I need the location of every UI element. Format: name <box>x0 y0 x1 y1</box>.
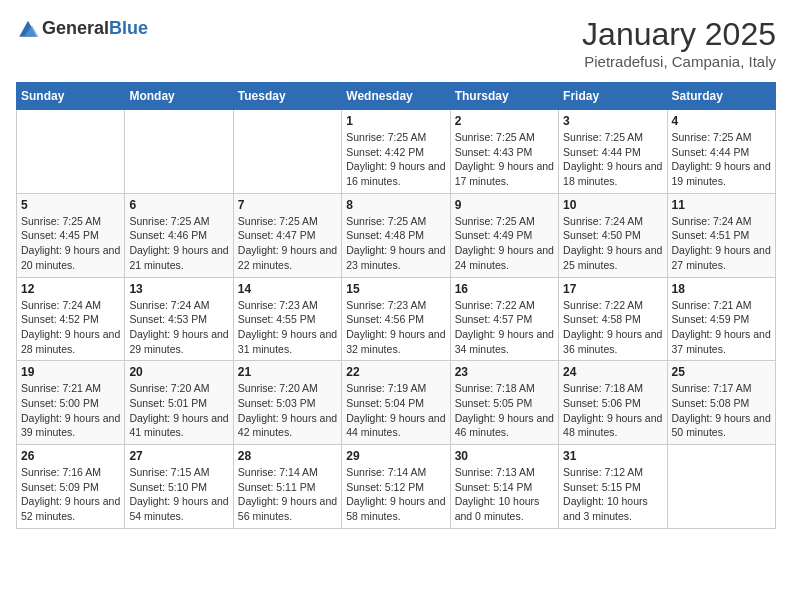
calendar-cell: 23Sunrise: 7:18 AM Sunset: 5:05 PM Dayli… <box>450 361 558 445</box>
day-number: 3 <box>563 114 662 128</box>
day-number: 27 <box>129 449 228 463</box>
day-of-week-header: Monday <box>125 83 233 110</box>
day-number: 31 <box>563 449 662 463</box>
calendar-cell: 2Sunrise: 7:25 AM Sunset: 4:43 PM Daylig… <box>450 110 558 194</box>
calendar-week-row: 12Sunrise: 7:24 AM Sunset: 4:52 PM Dayli… <box>17 277 776 361</box>
calendar-cell: 29Sunrise: 7:14 AM Sunset: 5:12 PM Dayli… <box>342 445 450 529</box>
calendar-cell: 31Sunrise: 7:12 AM Sunset: 5:15 PM Dayli… <box>559 445 667 529</box>
day-info: Sunrise: 7:22 AM Sunset: 4:57 PM Dayligh… <box>455 298 554 357</box>
day-number: 1 <box>346 114 445 128</box>
calendar-cell: 25Sunrise: 7:17 AM Sunset: 5:08 PM Dayli… <box>667 361 775 445</box>
calendar-cell: 8Sunrise: 7:25 AM Sunset: 4:48 PM Daylig… <box>342 193 450 277</box>
day-of-week-header: Friday <box>559 83 667 110</box>
calendar-cell: 11Sunrise: 7:24 AM Sunset: 4:51 PM Dayli… <box>667 193 775 277</box>
calendar-cell: 20Sunrise: 7:20 AM Sunset: 5:01 PM Dayli… <box>125 361 233 445</box>
day-number: 12 <box>21 282 120 296</box>
calendar-cell: 10Sunrise: 7:24 AM Sunset: 4:50 PM Dayli… <box>559 193 667 277</box>
day-info: Sunrise: 7:20 AM Sunset: 5:01 PM Dayligh… <box>129 381 228 440</box>
calendar-cell: 4Sunrise: 7:25 AM Sunset: 4:44 PM Daylig… <box>667 110 775 194</box>
day-number: 15 <box>346 282 445 296</box>
day-info: Sunrise: 7:25 AM Sunset: 4:48 PM Dayligh… <box>346 214 445 273</box>
calendar-week-row: 1Sunrise: 7:25 AM Sunset: 4:42 PM Daylig… <box>17 110 776 194</box>
day-info: Sunrise: 7:25 AM Sunset: 4:47 PM Dayligh… <box>238 214 337 273</box>
logo-general: General <box>42 18 109 38</box>
day-info: Sunrise: 7:12 AM Sunset: 5:15 PM Dayligh… <box>563 465 662 524</box>
calendar-body: 1Sunrise: 7:25 AM Sunset: 4:42 PM Daylig… <box>17 110 776 529</box>
day-info: Sunrise: 7:24 AM Sunset: 4:52 PM Dayligh… <box>21 298 120 357</box>
logo-icon <box>16 16 40 40</box>
calendar-cell: 17Sunrise: 7:22 AM Sunset: 4:58 PM Dayli… <box>559 277 667 361</box>
day-of-week-header: Wednesday <box>342 83 450 110</box>
day-info: Sunrise: 7:24 AM Sunset: 4:53 PM Dayligh… <box>129 298 228 357</box>
calendar-cell: 9Sunrise: 7:25 AM Sunset: 4:49 PM Daylig… <box>450 193 558 277</box>
day-info: Sunrise: 7:14 AM Sunset: 5:12 PM Dayligh… <box>346 465 445 524</box>
day-number: 20 <box>129 365 228 379</box>
logo-blue: Blue <box>109 18 148 38</box>
calendar-cell <box>667 445 775 529</box>
day-number: 18 <box>672 282 771 296</box>
day-number: 30 <box>455 449 554 463</box>
calendar-week-row: 26Sunrise: 7:16 AM Sunset: 5:09 PM Dayli… <box>17 445 776 529</box>
calendar-cell <box>233 110 341 194</box>
calendar-week-row: 5Sunrise: 7:25 AM Sunset: 4:45 PM Daylig… <box>17 193 776 277</box>
day-number: 23 <box>455 365 554 379</box>
calendar-cell <box>125 110 233 194</box>
day-info: Sunrise: 7:23 AM Sunset: 4:55 PM Dayligh… <box>238 298 337 357</box>
title-block: January 2025 Pietradefusi, Campania, Ita… <box>582 16 776 70</box>
calendar-cell: 24Sunrise: 7:18 AM Sunset: 5:06 PM Dayli… <box>559 361 667 445</box>
day-info: Sunrise: 7:14 AM Sunset: 5:11 PM Dayligh… <box>238 465 337 524</box>
day-number: 29 <box>346 449 445 463</box>
day-of-week-header: Thursday <box>450 83 558 110</box>
day-number: 28 <box>238 449 337 463</box>
day-number: 21 <box>238 365 337 379</box>
day-number: 25 <box>672 365 771 379</box>
day-info: Sunrise: 7:23 AM Sunset: 4:56 PM Dayligh… <box>346 298 445 357</box>
day-info: Sunrise: 7:18 AM Sunset: 5:06 PM Dayligh… <box>563 381 662 440</box>
day-info: Sunrise: 7:25 AM Sunset: 4:43 PM Dayligh… <box>455 130 554 189</box>
day-info: Sunrise: 7:24 AM Sunset: 4:51 PM Dayligh… <box>672 214 771 273</box>
calendar-cell: 7Sunrise: 7:25 AM Sunset: 4:47 PM Daylig… <box>233 193 341 277</box>
calendar-cell <box>17 110 125 194</box>
calendar-table: SundayMondayTuesdayWednesdayThursdayFrid… <box>16 82 776 529</box>
day-info: Sunrise: 7:22 AM Sunset: 4:58 PM Dayligh… <box>563 298 662 357</box>
day-number: 10 <box>563 198 662 212</box>
day-number: 19 <box>21 365 120 379</box>
calendar-cell: 3Sunrise: 7:25 AM Sunset: 4:44 PM Daylig… <box>559 110 667 194</box>
day-of-week-header: Saturday <box>667 83 775 110</box>
day-info: Sunrise: 7:24 AM Sunset: 4:50 PM Dayligh… <box>563 214 662 273</box>
calendar-cell: 16Sunrise: 7:22 AM Sunset: 4:57 PM Dayli… <box>450 277 558 361</box>
day-number: 6 <box>129 198 228 212</box>
day-number: 22 <box>346 365 445 379</box>
day-info: Sunrise: 7:25 AM Sunset: 4:44 PM Dayligh… <box>563 130 662 189</box>
calendar-cell: 28Sunrise: 7:14 AM Sunset: 5:11 PM Dayli… <box>233 445 341 529</box>
day-of-week-header: Tuesday <box>233 83 341 110</box>
location-title: Pietradefusi, Campania, Italy <box>582 53 776 70</box>
day-of-week-header: Sunday <box>17 83 125 110</box>
calendar-cell: 6Sunrise: 7:25 AM Sunset: 4:46 PM Daylig… <box>125 193 233 277</box>
day-number: 17 <box>563 282 662 296</box>
calendar-cell: 21Sunrise: 7:20 AM Sunset: 5:03 PM Dayli… <box>233 361 341 445</box>
calendar-cell: 30Sunrise: 7:13 AM Sunset: 5:14 PM Dayli… <box>450 445 558 529</box>
calendar-cell: 5Sunrise: 7:25 AM Sunset: 4:45 PM Daylig… <box>17 193 125 277</box>
day-number: 5 <box>21 198 120 212</box>
calendar-cell: 19Sunrise: 7:21 AM Sunset: 5:00 PM Dayli… <box>17 361 125 445</box>
calendar-cell: 14Sunrise: 7:23 AM Sunset: 4:55 PM Dayli… <box>233 277 341 361</box>
logo-text: GeneralBlue <box>42 18 148 39</box>
day-number: 8 <box>346 198 445 212</box>
day-number: 26 <box>21 449 120 463</box>
calendar-cell: 22Sunrise: 7:19 AM Sunset: 5:04 PM Dayli… <box>342 361 450 445</box>
day-info: Sunrise: 7:16 AM Sunset: 5:09 PM Dayligh… <box>21 465 120 524</box>
calendar-header-row: SundayMondayTuesdayWednesdayThursdayFrid… <box>17 83 776 110</box>
day-number: 7 <box>238 198 337 212</box>
day-info: Sunrise: 7:19 AM Sunset: 5:04 PM Dayligh… <box>346 381 445 440</box>
month-title: January 2025 <box>582 16 776 53</box>
day-number: 14 <box>238 282 337 296</box>
day-info: Sunrise: 7:17 AM Sunset: 5:08 PM Dayligh… <box>672 381 771 440</box>
day-info: Sunrise: 7:25 AM Sunset: 4:45 PM Dayligh… <box>21 214 120 273</box>
calendar-cell: 1Sunrise: 7:25 AM Sunset: 4:42 PM Daylig… <box>342 110 450 194</box>
day-number: 9 <box>455 198 554 212</box>
day-number: 4 <box>672 114 771 128</box>
calendar-cell: 13Sunrise: 7:24 AM Sunset: 4:53 PM Dayli… <box>125 277 233 361</box>
day-info: Sunrise: 7:13 AM Sunset: 5:14 PM Dayligh… <box>455 465 554 524</box>
day-info: Sunrise: 7:18 AM Sunset: 5:05 PM Dayligh… <box>455 381 554 440</box>
